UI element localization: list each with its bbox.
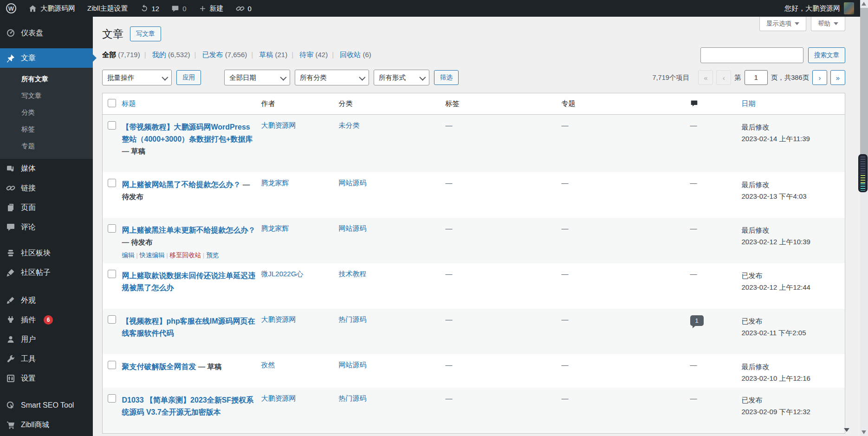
zibll-theme-settings-menu[interactable]: Zibll主题设置 bbox=[81, 0, 134, 17]
post-title-link[interactable]: 【带视频教程】大鹏源码网WordPress整站（4000+3000）条数据打包+… bbox=[122, 123, 253, 143]
date-status: 已发布 bbox=[742, 272, 763, 280]
post-title-link[interactable]: 网上赌被黑注单未更新不给提款怎么办？ bbox=[122, 226, 256, 234]
category-link[interactable]: 技术教程 bbox=[339, 270, 367, 278]
view-pending[interactable]: 待审 (42) bbox=[299, 51, 328, 59]
category-link[interactable]: 未分类 bbox=[339, 121, 360, 129]
search-box: 搜索文章 bbox=[700, 47, 845, 63]
scroll-indicator-widget bbox=[858, 154, 868, 192]
format-filter-select[interactable]: 所有形式 bbox=[374, 70, 429, 85]
view-published[interactable]: 已发布 (7,656) bbox=[202, 51, 247, 59]
bulk-action-select[interactable]: 批量操作 bbox=[102, 70, 172, 85]
current-page-input[interactable] bbox=[745, 70, 768, 85]
new-content-menu[interactable]: 新建 bbox=[193, 0, 230, 17]
row-checkbox[interactable] bbox=[108, 361, 116, 369]
wp-logo-menu[interactable]: W bbox=[0, 0, 22, 17]
menu-separator bbox=[0, 282, 93, 291]
row-actions: 编辑 | 快速编辑 | 移至回收站 | 预览 bbox=[122, 248, 257, 260]
search-posts-button[interactable]: 搜索文章 bbox=[808, 47, 845, 63]
row-checkbox[interactable] bbox=[108, 270, 116, 278]
post-title-link[interactable]: 网上赌被网站黑了不给提款怎么办？ bbox=[122, 181, 241, 189]
scrollbar-down-arrow-icon[interactable] bbox=[862, 430, 866, 434]
category-link[interactable]: 热门源码 bbox=[339, 315, 367, 323]
sidebar-item-posts[interactable]: 文章 bbox=[0, 48, 93, 68]
row-checkbox[interactable] bbox=[108, 179, 116, 187]
author-link[interactable]: 微JL2022G心 bbox=[261, 270, 304, 278]
row-checkbox[interactable] bbox=[108, 394, 116, 403]
category-link[interactable]: 网站源码 bbox=[339, 224, 367, 232]
sidebar-item-appearance[interactable]: 外观 bbox=[0, 291, 93, 310]
updates-menu[interactable]: 12 bbox=[134, 0, 166, 17]
category-link[interactable]: 热门源码 bbox=[339, 394, 367, 402]
sidebar-item-users[interactable]: 用户 bbox=[0, 330, 93, 349]
preview-action[interactable]: 预览 bbox=[206, 252, 219, 259]
sidebar-item-comments[interactable]: 评论 bbox=[0, 217, 93, 237]
bulk-actions-toolbar: 批量操作 应用 全部日期 所有分类 所有形式 筛选 bbox=[102, 70, 459, 85]
category-filter-select[interactable]: 所有分类 bbox=[295, 70, 369, 85]
apply-button[interactable]: 应用 bbox=[176, 70, 201, 85]
post-title-link[interactable]: 网上赌取款说数据未回传还说注单延迟违规被黑了怎么办 bbox=[122, 272, 256, 292]
pushpin-icon bbox=[6, 53, 16, 63]
author-link[interactable]: 大鹏资源网 bbox=[261, 121, 296, 129]
date-filter-select[interactable]: 全部日期 bbox=[224, 70, 290, 85]
submenu-item-topics[interactable]: 专题 bbox=[0, 137, 93, 154]
sidebar-item-tools[interactable]: 工具 bbox=[0, 349, 93, 369]
sidebar-item-settings[interactable]: 设置 bbox=[0, 369, 93, 388]
prev-page-button[interactable]: ‹ bbox=[716, 70, 731, 85]
submenu-item-all-posts[interactable]: 所有文章 bbox=[0, 71, 93, 87]
row-checkbox[interactable] bbox=[108, 315, 116, 324]
tags-value: — bbox=[446, 224, 453, 232]
sidebar-item-dashboard[interactable]: 仪表盘 bbox=[0, 23, 93, 43]
sidebar-item-community-sections[interactable]: 社区板块 bbox=[0, 243, 93, 263]
author-link[interactable]: 大鹏资源网 bbox=[261, 315, 296, 323]
edit-action[interactable]: 编辑 bbox=[122, 252, 135, 259]
page-scrollbar[interactable] bbox=[860, 0, 868, 436]
submenu-item-categories[interactable]: 分类 bbox=[0, 104, 93, 121]
post-title-link[interactable]: D1033 【简单亲测】2023全新SF授权系统源码 V3.7全开源无加密版本 bbox=[122, 396, 254, 416]
sort-title-header[interactable]: 标题 bbox=[122, 99, 136, 107]
row-checkbox[interactable] bbox=[108, 121, 116, 130]
category-link[interactable]: 网站源码 bbox=[339, 361, 367, 369]
help-button[interactable]: 帮助 bbox=[811, 17, 845, 31]
submenu-item-new-post[interactable]: 写文章 bbox=[0, 87, 93, 104]
post-title-link[interactable]: 聚支付破解版全网首发 bbox=[122, 363, 196, 371]
post-title-link[interactable]: 【视频教程】php客服在线IM源码网页在线客服软件代码 bbox=[122, 317, 255, 337]
view-drafts[interactable]: 草稿 (21) bbox=[259, 51, 287, 59]
sidebar-item-community-posts[interactable]: 社区帖子 bbox=[0, 263, 93, 282]
site-name-menu[interactable]: 大鹏源码网 bbox=[22, 0, 81, 17]
quick-edit-action[interactable]: 快速编辑 bbox=[140, 252, 165, 259]
filter-button[interactable]: 筛选 bbox=[434, 70, 459, 85]
main-content: 显示选项 帮助 文章 写文章 全部 (7,719)| 我的 (6,532)| 已… bbox=[93, 17, 860, 434]
row-checkbox[interactable] bbox=[108, 224, 116, 233]
table-row: 【视频教程】php客服在线IM源码网页在线客服软件代码 大鹏资源网 热门源码 —… bbox=[103, 309, 845, 354]
links-checker-menu[interactable]: 0 bbox=[230, 0, 258, 17]
view-all[interactable]: 全部 (7,719) bbox=[102, 51, 140, 59]
view-label: 已发布 bbox=[202, 51, 223, 59]
view-trash[interactable]: 回收站 (6) bbox=[340, 51, 371, 59]
my-account-menu[interactable]: 您好，大鹏资源网 bbox=[784, 2, 868, 14]
sidebar-item-links[interactable]: 链接 bbox=[0, 178, 93, 198]
author-link[interactable]: 腾龙家辉 bbox=[261, 179, 289, 187]
last-page-button[interactable]: » bbox=[830, 70, 845, 85]
search-input[interactable] bbox=[700, 47, 803, 63]
sidebar-item-pages[interactable]: 页面 bbox=[0, 198, 93, 217]
author-link[interactable]: 大鹏资源网 bbox=[261, 394, 296, 402]
screen-options-button[interactable]: 显示选项 bbox=[759, 17, 806, 31]
comment-count-bubble[interactable]: 1 bbox=[690, 315, 704, 326]
sidebar-item-zibll-store[interactable]: Zibll商城 bbox=[0, 415, 93, 435]
scrollbar-up-arrow-icon[interactable] bbox=[862, 2, 866, 6]
sidebar-item-media[interactable]: 媒体 bbox=[0, 159, 93, 178]
sort-date-header[interactable]: 日期 bbox=[742, 99, 756, 107]
category-link[interactable]: 网站源码 bbox=[339, 179, 367, 187]
next-page-button[interactable]: › bbox=[812, 70, 827, 85]
view-mine[interactable]: 我的 (6,532) bbox=[152, 51, 190, 59]
submenu-item-tags[interactable]: 标签 bbox=[0, 121, 93, 137]
author-link[interactable]: 腾龙家辉 bbox=[261, 224, 289, 232]
comments-menu[interactable]: 0 bbox=[165, 0, 192, 17]
add-new-post-button[interactable]: 写文章 bbox=[130, 26, 161, 41]
author-link[interactable]: 孜然 bbox=[261, 361, 275, 369]
select-all-checkbox[interactable] bbox=[108, 99, 116, 107]
sidebar-item-plugins[interactable]: 插件 6 bbox=[0, 310, 93, 330]
trash-action[interactable]: 移至回收站 bbox=[170, 252, 201, 259]
first-page-button[interactable]: « bbox=[698, 70, 713, 85]
sidebar-item-smart-seo-tool[interactable]: Smart SEO Tool bbox=[0, 396, 93, 415]
